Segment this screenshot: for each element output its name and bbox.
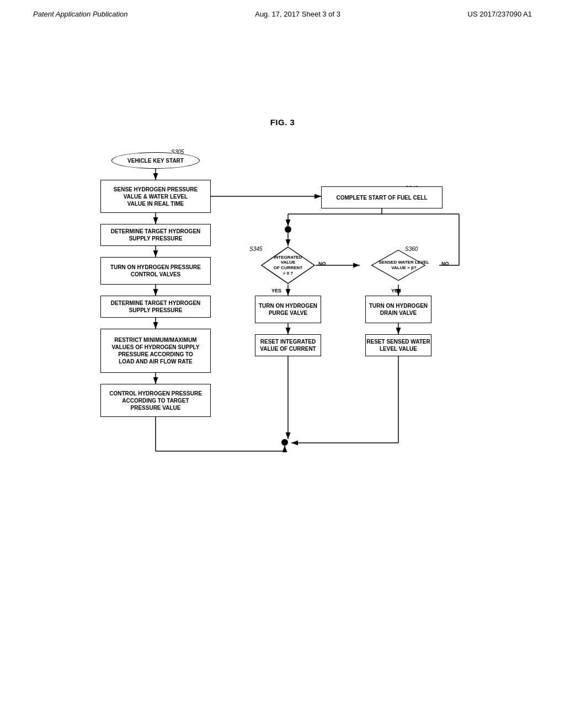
s360-yes-label: YES	[391, 288, 401, 293]
step-s310: SENSE HYDROGEN PRESSURE VALUE & WATER LE…	[100, 180, 211, 213]
merge-dot-top	[285, 226, 291, 233]
step-s330: RESTRICT MINIMUM/MAXIMUM VALUES OF HYDRO…	[100, 329, 211, 373]
merge-dot-bottom	[281, 439, 288, 446]
step-s305: VEHICLE KEY START	[111, 152, 200, 169]
step-s315: DETERMINE TARGET HYDROGEN SUPPLY PRESSUR…	[100, 224, 211, 246]
s345-no-label: NO	[318, 261, 326, 266]
step-s325: DETERMINE TARGET HYDROGEN SUPPLY PRESSUR…	[100, 296, 211, 318]
step-s370: RESET SENSED WATER LEVEL VALUE	[365, 334, 431, 356]
step-s360-label: SENSED WATER LEVEL VALUE > β?	[371, 246, 437, 285]
flowchart-diagram: S305 S310 S315 S320 S325 S330 S335 S340 …	[89, 137, 476, 567]
s360-no-label: NO	[441, 261, 449, 266]
step-s355: RESET INTEGRATED VALUE OF CURRENT	[255, 334, 321, 356]
step-s335: CONTROL HYDROGEN PRESSURE ACCORDING TO T…	[100, 384, 211, 417]
s345-yes-label: YES	[271, 288, 281, 293]
step-s340: COMPLETE START OF FUEL CELL	[321, 186, 443, 208]
figure-title: FIG. 3	[0, 117, 565, 127]
step-s365: TURN ON HYDROGEN DRAIN VALVE	[365, 296, 431, 323]
page-header: Patent Application Publication Aug. 17, …	[0, 0, 565, 18]
step-s350: TURN ON HYDROGEN PURGE VALVE	[255, 296, 321, 323]
header-date-sheet: Aug. 17, 2017 Sheet 3 of 3	[255, 10, 340, 18]
page: Patent Application Publication Aug. 17, …	[0, 0, 565, 728]
header-patent-number: US 2017/237090 A1	[468, 10, 532, 18]
step-s320: TURN ON HYDROGEN PRESSURE CONTROL VALVES	[100, 257, 211, 285]
header-publication: Patent Application Publication	[33, 10, 128, 18]
step-s345-label: INTEGRATED VALUE OF CURRENT > 0 ?	[260, 246, 316, 285]
